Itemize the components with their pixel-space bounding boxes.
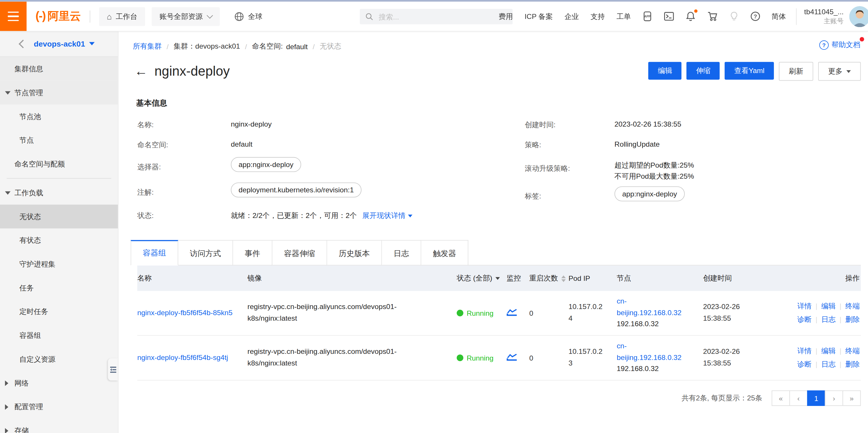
page-last-button[interactable]: » (843, 391, 861, 406)
pod-name-link[interactable]: nginx-deploy-fb5f6f54b-sg4tj (137, 353, 228, 362)
back-arrow-icon[interactable]: ← (134, 65, 148, 78)
sidebar-item-node-pools[interactable]: 节点池 (0, 104, 118, 128)
selector-tag: app:nginx-deploy (231, 157, 301, 172)
sidebar-item-cronjobs[interactable]: 定时任务 (0, 300, 118, 324)
tab-access[interactable]: 访问方式 (178, 240, 233, 265)
sidebar-item-jobs[interactable]: 任务 (0, 276, 118, 300)
view-yaml-button[interactable]: 查看Yaml (725, 62, 774, 80)
account-resources-dropdown[interactable]: 账号全部资源 (152, 7, 220, 26)
sidebar-item-nodes[interactable]: 节点 (0, 128, 118, 152)
page-number-1[interactable]: 1 (807, 391, 826, 406)
page-next-button[interactable]: › (825, 391, 843, 406)
pod-action-terminal[interactable]: 终端 (845, 347, 860, 355)
cart-icon[interactable] (707, 11, 718, 22)
pod-action-detail[interactable]: 详情 (797, 347, 811, 355)
node-ip: 192.168.0.32 (617, 363, 703, 375)
nav-billing[interactable]: 费用 (499, 11, 513, 21)
sort-icon (561, 275, 566, 282)
hamburger-menu-icon[interactable] (0, 2, 27, 31)
tab-pods[interactable]: 容器组 (131, 240, 178, 265)
sidebar: devops-ack01 集群信息 节点管理 节点池 节点 命名空间与配额 工作… (0, 31, 119, 433)
pod-action-edit[interactable]: 编辑 (822, 347, 836, 355)
sidebar-item-storage[interactable]: 存储 (0, 419, 118, 433)
action-separator: | (839, 315, 841, 324)
basic-info-right: 创建时间: 2023-02-26 15:38:55 策略: RollingUpd… (525, 117, 861, 228)
expand-status-link[interactable]: 展开现状详情 (362, 211, 412, 221)
sidebar-item-node-management[interactable]: 节点管理 (0, 80, 118, 104)
sidebar-item-workloads[interactable]: 工作负载 (0, 181, 118, 205)
sidebar-item-daemonsets[interactable]: 守护进程集 (0, 252, 118, 276)
pod-name-link[interactable]: nginx-deploy-fb5f6f54b-85kn5 (137, 308, 232, 317)
pod-action-logs[interactable]: 日志 (822, 360, 836, 368)
nav-enterprise[interactable]: 企业 (564, 11, 579, 21)
account-info[interactable]: tb411045_... 主账号 (804, 7, 844, 26)
tab-triggers[interactable]: 触发器 (421, 240, 468, 265)
aliyun-logo[interactable]: (-) 阿里云 (35, 9, 81, 24)
locale-switch[interactable]: 简体 (772, 11, 786, 21)
sidebar-item-custom-resources[interactable]: 自定义资源 (0, 347, 118, 371)
pod-action-logs[interactable]: 日志 (822, 315, 836, 324)
divider (7, 178, 111, 179)
scale-button[interactable]: 伸缩 (686, 62, 720, 80)
nav-icp[interactable]: ICP 备案 (525, 11, 553, 21)
sidebar-item-deployments[interactable]: 无状态 (0, 205, 118, 228)
back-chevron-icon[interactable] (19, 39, 27, 48)
tab-events[interactable]: 事件 (233, 240, 272, 265)
cluster-name-dropdown[interactable]: devops-ack01 (34, 39, 85, 48)
more-dropdown-button[interactable]: 更多 (818, 62, 861, 81)
nav-support[interactable]: 支持 (590, 11, 605, 21)
sidebar-item-config-management[interactable]: 配置管理 (0, 395, 118, 419)
lightbulb-icon[interactable] (729, 11, 739, 22)
pod-action-diagnose[interactable]: 诊断 (797, 315, 811, 324)
breadcrumb-namespace-value[interactable]: default (286, 42, 308, 51)
pod-monitor-cell[interactable] (506, 308, 529, 319)
region-selector[interactable]: 全球 (234, 11, 262, 21)
help-circle-icon[interactable]: ? (750, 11, 761, 22)
page-prev-button[interactable]: ‹ (789, 391, 808, 406)
col-restarts-sort[interactable]: 重启次数 (529, 273, 568, 283)
pod-monitor-cell[interactable] (506, 353, 529, 363)
nav-tickets[interactable]: 工单 (617, 11, 631, 21)
sidebar-item-label: 命名空间与配额 (14, 159, 65, 169)
sidebar-item-network[interactable]: 网络 (0, 371, 118, 395)
field-label: 策略: (525, 137, 615, 150)
pod-action-delete[interactable]: 删除 (845, 360, 860, 368)
pod-action-detail[interactable]: 详情 (797, 302, 811, 310)
node-link[interactable]: cn-beijing.192.168.0.32 (617, 296, 690, 319)
edit-button[interactable]: 编辑 (648, 62, 682, 80)
pod-action-delete[interactable]: 删除 (845, 315, 860, 324)
pod-action-diagnose[interactable]: 诊断 (797, 360, 811, 368)
refresh-button[interactable]: 刷新 (779, 62, 813, 81)
tab-scaling[interactable]: 容器伸缩 (272, 240, 327, 265)
pod-action-terminal[interactable]: 终端 (845, 302, 860, 310)
mobile-app-icon[interactable]: APP (642, 11, 652, 22)
sidebar-item-pods[interactable]: 容器组 (0, 324, 118, 347)
notifications-bell-icon[interactable] (685, 11, 695, 22)
sidebar-item-statefulsets[interactable]: 有状态 (0, 228, 118, 252)
sidebar-collapse-handle[interactable] (108, 359, 118, 380)
collapse-sidebar-icon (109, 366, 117, 373)
workbench-button[interactable]: ⌂ 工作台 (99, 7, 145, 26)
sidebar-item-namespaces-quotas[interactable]: 命名空间与配额 (0, 152, 118, 176)
page-first-button[interactable]: « (772, 391, 790, 406)
node-link[interactable]: cn-beijing.192.168.0.32 (617, 340, 690, 363)
pod-actions-cell: 详情|编辑|终端 诊断|日志|删除 (781, 301, 861, 325)
tab-logs[interactable]: 日志 (382, 240, 421, 265)
sidebar-item-cluster-info[interactable]: 集群信息 (0, 57, 118, 81)
sidebar-item-label: 守护进程集 (20, 259, 56, 269)
cloud-shell-icon[interactable] (663, 11, 674, 22)
avatar[interactable] (849, 6, 868, 27)
breadcrumb-all-clusters[interactable]: 所有集群 (133, 42, 162, 52)
pod-action-edit[interactable]: 编辑 (822, 302, 836, 310)
table-header: 名称 镜像 状态 (全部) 监控 重启次数 Pod IP 节点 创建时间 操作 (137, 265, 861, 291)
tab-history[interactable]: 历史版本 (327, 240, 382, 265)
sidebar-item-label: 容器组 (20, 331, 41, 340)
breadcrumb-namespace-label: 命名空间: (252, 42, 283, 52)
pod-status-cell: Running (457, 309, 506, 317)
status-text: 就绪：2/2个，已更新：2个，可用：2个 (231, 211, 357, 220)
pod-name-cell: nginx-deploy-fb5f6f54b-sg4tj (137, 352, 247, 364)
col-status-filter[interactable]: 状态 (全部) (457, 273, 506, 283)
help-doc-link[interactable]: ? 帮助文档 (819, 40, 861, 50)
pod-image-cell: registry-vpc.cn-beijing.aliyuncs.com/dev… (248, 346, 457, 369)
filter-caret-icon (495, 277, 500, 280)
